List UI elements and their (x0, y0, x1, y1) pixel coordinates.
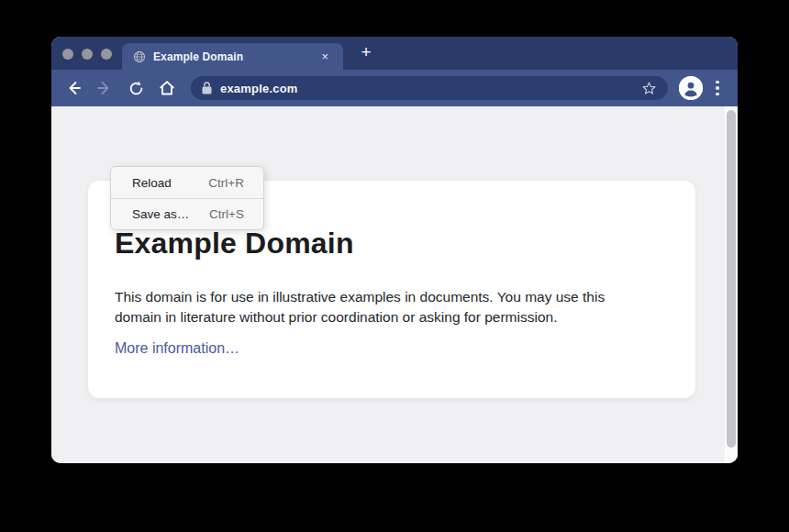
url-text: example.com (220, 82, 639, 95)
back-button[interactable] (61, 75, 86, 101)
zoom-window-button[interactable] (101, 49, 112, 60)
forward-button[interactable] (92, 75, 117, 101)
menu-item-label: Save as… (132, 207, 189, 221)
tab-strip: Example Domain × + (51, 37, 738, 70)
page-title: Example Domain (115, 227, 668, 260)
profile-avatar-button[interactable] (679, 76, 703, 100)
window-controls (62, 49, 112, 60)
new-tab-button[interactable]: + (350, 37, 382, 68)
browser-toolbar: example.com (51, 70, 738, 106)
minimize-window-button[interactable] (82, 49, 93, 60)
kebab-dot (716, 86, 719, 90)
context-menu: Reload Ctrl+R Save as… Ctrl+S (110, 166, 264, 230)
more-information-link[interactable]: More information… (115, 340, 239, 357)
globe-favicon-icon (133, 50, 146, 63)
bookmark-star-icon[interactable] (639, 79, 659, 98)
tab-example-domain[interactable]: Example Domain × (122, 43, 343, 70)
user-avatar-icon (679, 76, 703, 100)
tab-close-icon[interactable]: × (317, 49, 332, 64)
scrollbar-track[interactable] (725, 106, 738, 463)
menu-item-label: Reload (132, 176, 172, 190)
kebab-dot (716, 93, 719, 96)
home-icon (158, 79, 176, 97)
browser-window: Example Domain × + (51, 37, 738, 463)
scrollbar-thumb[interactable] (727, 110, 736, 448)
reload-button[interactable] (123, 75, 149, 101)
context-menu-item-reload[interactable]: Reload Ctrl+R (111, 167, 263, 198)
reload-icon (128, 80, 145, 97)
kebab-dot (716, 81, 719, 84)
home-button[interactable] (154, 75, 180, 101)
page-viewport: Example Domain This domain is for use in… (51, 106, 738, 463)
menu-item-shortcut: Ctrl+S (209, 207, 244, 221)
back-arrow-icon (64, 79, 83, 97)
secure-lock-icon[interactable] (202, 82, 212, 94)
page-paragraph: This domain is for use in illustrative e… (115, 287, 654, 327)
close-window-button[interactable] (62, 49, 73, 60)
menu-item-shortcut: Ctrl+R (208, 176, 244, 190)
address-bar[interactable]: example.com (191, 76, 668, 100)
forward-arrow-icon (95, 79, 114, 97)
context-menu-item-save-as[interactable]: Save as… Ctrl+S (111, 198, 263, 229)
browser-menu-button[interactable] (708, 76, 727, 100)
tab-title: Example Domain (153, 50, 317, 63)
